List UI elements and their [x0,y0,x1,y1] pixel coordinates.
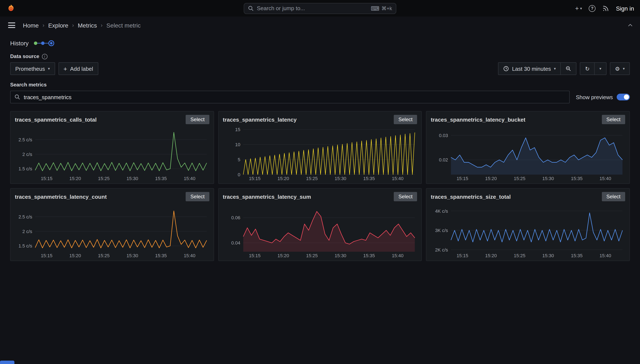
settings-button[interactable]: ⚙ ▾ [610,62,630,75]
select-metric-button[interactable]: Select [186,192,210,201]
plus-icon: + [575,5,579,12]
metric-preview-chart: 4K c/s3K c/s2K c/s15:1515:2015:2515:3015… [431,202,625,258]
keyboard-icon: ⌨ [371,5,379,11]
controls-row: Prometheus ▾ + Add label Last 30 minutes… [10,62,630,75]
metrics-search-input[interactable] [24,94,565,100]
collapse-toolbar-button[interactable] [627,22,634,28]
metric-panels-grid: traces_spanmetrics_calls_total Select 2.… [10,111,630,261]
history-step-icon[interactable] [34,42,37,45]
global-search-input[interactable] [257,5,368,12]
svg-text:15:40: 15:40 [184,176,196,181]
svg-text:2 c/s: 2 c/s [22,152,32,157]
global-search-box[interactable]: ⌨ ⌘+k [244,3,396,14]
metric-panel: traces_spanmetrics_latency Select 151050… [218,111,422,184]
chevron-down-icon: ▾ [623,66,625,71]
select-metric-button[interactable]: Select [186,115,210,124]
data-source-label: Data source [10,54,39,59]
plus-icon: + [63,65,67,72]
shortcut-label: ⌘+k [382,5,392,11]
sign-in-button[interactable]: Sign in [616,5,634,12]
panel-title: traces_spanmetrics_latency [223,116,296,123]
svg-text:15:40: 15:40 [600,176,612,181]
new-menu-button[interactable]: + ▾ [575,5,582,12]
clock-icon [503,66,509,72]
bottom-left-drawer-handle[interactable] [0,360,14,364]
history-current-step-icon[interactable] [48,40,54,46]
search-metrics-row: Show previews [10,91,630,104]
explore-metrics-content: History Data source i Prometheus ▾ + A [0,34,640,261]
breadcrumb-bar: Home › Explore › Metrics › Select metric [0,16,640,34]
data-source-value: Prometheus [15,66,45,72]
svg-text:15:25: 15:25 [306,253,318,258]
svg-text:15:40: 15:40 [392,176,403,181]
grafana-logo-icon[interactable] [6,3,16,13]
svg-text:15:20: 15:20 [69,176,81,181]
menu-toggle-button[interactable] [6,21,17,30]
svg-text:15:40: 15:40 [600,253,612,258]
panel-header: traces_spanmetrics_latency_bucket Select [431,115,625,124]
panel-title: traces_spanmetrics_size_total [431,194,511,200]
select-metric-button[interactable]: Select [602,115,625,124]
breadcrumb-select-metric: Select metric [106,22,141,28]
time-picker-group: Last 30 minutes ▾ [498,62,577,75]
show-previews-toggle[interactable] [617,94,630,100]
news-feed-button[interactable] [602,5,609,12]
svg-text:2K c/s: 2K c/s [435,247,448,252]
search-metrics-label-row: Search metrics [10,82,630,88]
data-source-picker[interactable]: Prometheus ▾ [10,62,55,75]
metric-panel: traces_spanmetrics_calls_total Select 2.… [10,111,214,184]
svg-text:0.06: 0.06 [231,215,240,220]
metric-preview-chart: 2.5 c/s2 c/s1.5 c/s15:1515:2015:2515:301… [15,125,209,181]
time-controls: Last 30 minutes ▾ ↻ ▾ [498,62,630,75]
metrics-search-box[interactable] [10,91,570,104]
help-button[interactable]: ? [589,5,596,12]
svg-text:15:30: 15:30 [126,176,138,181]
metric-preview-chart: 15105015:1515:2015:2515:3015:3515:40 [223,125,417,181]
svg-text:15:30: 15:30 [542,253,554,258]
svg-text:15:20: 15:20 [69,253,81,258]
svg-text:15:30: 15:30 [542,176,554,181]
panel-header: traces_spanmetrics_latency Select [223,115,417,124]
time-range-picker[interactable]: Last 30 minutes ▾ [498,62,561,75]
breadcrumb-home[interactable]: Home [23,22,39,28]
refresh-icon: ↻ [585,66,590,72]
svg-text:15:20: 15:20 [278,253,289,258]
svg-text:15:25: 15:25 [98,253,110,258]
grafana-app: ⌨ ⌘+k + ▾ ? Sign in Home [0,0,640,364]
panel-title: traces_spanmetrics_latency_count [15,194,107,200]
svg-text:15:15: 15:15 [249,176,260,181]
svg-text:15:35: 15:35 [571,253,583,258]
metric-preview-chart: 2.5 c/s2 c/s1.5 c/s15:1515:2015:2515:301… [15,202,209,258]
svg-text:15:20: 15:20 [485,176,497,181]
panel-header: traces_spanmetrics_latency_sum Select [223,192,417,201]
metric-panel: traces_spanmetrics_latency_sum Select 0.… [218,188,422,261]
breadcrumb: Home › Explore › Metrics › Select metric [23,22,141,28]
breadcrumb-metrics[interactable]: Metrics [78,22,97,28]
zoom-out-button[interactable] [560,62,577,75]
refresh-interval-button[interactable]: ▾ [594,62,606,75]
svg-text:15:30: 15:30 [334,176,346,181]
refresh-button[interactable]: ↻ [580,62,595,75]
svg-text:15:35: 15:35 [571,176,583,181]
svg-text:15:25: 15:25 [514,176,526,181]
svg-text:15:35: 15:35 [155,176,167,181]
svg-text:15:40: 15:40 [392,253,403,258]
add-label-button[interactable]: + Add label [58,62,98,75]
breadcrumb-explore[interactable]: Explore [48,22,68,28]
top-nav-bar: ⌨ ⌘+k + ▾ ? Sign in [0,0,640,16]
svg-text:15:20: 15:20 [485,253,497,258]
breadcrumb-separator-icon: › [101,22,102,28]
chevron-down-icon: ▾ [48,66,50,71]
select-metric-button[interactable]: Select [394,115,417,124]
history-step-icon[interactable] [41,42,44,45]
svg-text:15:15: 15:15 [249,253,260,258]
history-timeline[interactable] [34,40,54,46]
select-metric-button[interactable]: Select [394,192,417,201]
add-label-text: Add label [70,66,93,72]
rss-icon [602,5,609,12]
info-icon[interactable]: i [42,54,47,59]
panel-title: traces_spanmetrics_latency_bucket [431,116,526,123]
select-metric-button[interactable]: Select [602,192,625,201]
svg-text:15:20: 15:20 [278,176,289,181]
svg-text:15: 15 [235,127,240,132]
